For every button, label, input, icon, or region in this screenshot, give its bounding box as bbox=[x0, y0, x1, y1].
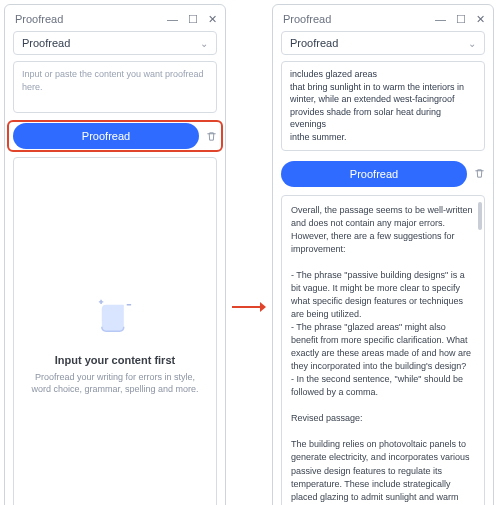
empty-state: Input your content first Proofread your … bbox=[14, 158, 216, 505]
empty-subtitle: Proofread your writing for errors in sty… bbox=[28, 371, 202, 396]
trash-icon[interactable] bbox=[473, 167, 485, 181]
content-input[interactable]: includes glazed areas that bring sunligh… bbox=[281, 61, 485, 151]
input-value: includes glazed areas that bring sunligh… bbox=[290, 69, 467, 142]
content-input[interactable]: Input or paste the content you want proo… bbox=[13, 61, 217, 113]
maximize-icon[interactable]: ☐ bbox=[456, 14, 466, 25]
close-icon[interactable]: ✕ bbox=[476, 14, 485, 25]
empty-title: Input your content first bbox=[55, 354, 175, 366]
window-title: Proofread bbox=[15, 13, 63, 25]
chevron-down-icon: ⌄ bbox=[468, 38, 476, 49]
result-text: Overall, the passage seems to be well-wr… bbox=[282, 196, 484, 505]
mode-dropdown[interactable]: Proofread ⌄ bbox=[13, 31, 217, 55]
mode-label: Proofread bbox=[290, 37, 338, 49]
result-area: Overall, the passage seems to be well-wr… bbox=[281, 195, 485, 505]
panel-after: Proofread — ☐ ✕ Proofread ⌄ includes gla… bbox=[272, 4, 494, 505]
mode-dropdown[interactable]: Proofread ⌄ bbox=[281, 31, 485, 55]
mode-label: Proofread bbox=[22, 37, 70, 49]
svg-marker-4 bbox=[260, 302, 266, 312]
close-icon[interactable]: ✕ bbox=[208, 14, 217, 25]
titlebar: Proofread — ☐ ✕ bbox=[13, 11, 217, 31]
minimize-icon[interactable]: — bbox=[435, 14, 446, 25]
titlebar: Proofread — ☐ ✕ bbox=[281, 11, 485, 31]
minimize-icon[interactable]: — bbox=[167, 14, 178, 25]
window-controls: — ☐ ✕ bbox=[167, 14, 217, 25]
scrollbar[interactable] bbox=[478, 202, 482, 230]
maximize-icon[interactable]: ☐ bbox=[188, 14, 198, 25]
proofread-button[interactable]: Proofread bbox=[13, 123, 199, 149]
trash-icon[interactable] bbox=[205, 129, 217, 143]
arrow-icon bbox=[232, 298, 266, 316]
document-icon bbox=[93, 296, 137, 340]
panel-before: Proofread — ☐ ✕ Proofread ⌄ Input or pas… bbox=[4, 4, 226, 505]
proofread-button[interactable]: Proofread bbox=[281, 161, 467, 187]
window-controls: — ☐ ✕ bbox=[435, 14, 485, 25]
window-title: Proofread bbox=[283, 13, 331, 25]
chevron-down-icon: ⌄ bbox=[200, 38, 208, 49]
arrow-annotation bbox=[232, 4, 266, 505]
result-area: Input your content first Proofread your … bbox=[13, 157, 217, 505]
